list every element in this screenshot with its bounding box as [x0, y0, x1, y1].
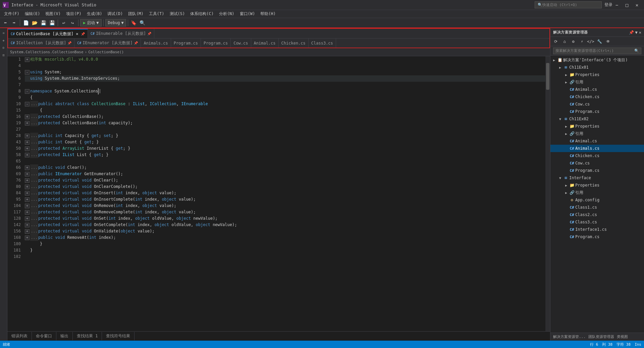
toolbar-bookmark[interactable]: 🔖: [130, 19, 138, 27]
se-search-box[interactable]: 搜索解决方案资源管理器(Ctrl+;) 🔍: [553, 48, 641, 54]
se-code-btn[interactable]: </>: [587, 38, 595, 46]
pin-icon-4[interactable]: 📌: [134, 41, 138, 45]
expand-168[interactable]: +: [25, 235, 30, 240]
expand-84[interactable]: +: [25, 191, 30, 196]
se-home-btn[interactable]: ⌂: [560, 38, 569, 46]
tab-animal[interactable]: Animal.cs: [251, 39, 279, 48]
ch11ex02-ref[interactable]: ▶ 🔗 引用: [550, 130, 644, 137]
code-editor[interactable]: + 程序集 mscorlib.dll, v4.0.0.0 - using Sys…: [23, 56, 545, 331]
expand-58[interactable]: +: [25, 153, 30, 157]
interface-properties[interactable]: ▶ 📁 Properties: [550, 182, 644, 189]
expand-5[interactable]: -: [25, 70, 30, 75]
menu-help[interactable]: 帮助(H): [258, 10, 278, 18]
expand-1[interactable]: +: [25, 57, 30, 62]
tab-ienumerable[interactable]: C# IEnumerable [从元数据] 📌: [88, 29, 154, 38]
expand-16[interactable]: +: [25, 115, 30, 119]
ch11ex02-animal[interactable]: C# Animal.cs: [550, 137, 644, 145]
tab-class3[interactable]: Class3.cs: [309, 39, 336, 48]
menu-edit[interactable]: 编辑(E): [22, 10, 43, 18]
tab-icollection[interactable]: C# ICollection [从元数据] 📌: [8, 39, 74, 48]
pin-icon-2[interactable]: 📌: [147, 32, 151, 36]
expand-156[interactable]: +: [25, 229, 30, 234]
menu-window[interactable]: 窗口(W): [237, 10, 258, 18]
toolbar-undo[interactable]: ↩: [60, 19, 68, 27]
expand-8[interactable]: -: [25, 89, 30, 94]
project-ch11ex01[interactable]: ▶ ⊞ Ch11Ex01: [550, 64, 644, 71]
debug-config-dropdown[interactable]: Debug ▼: [105, 19, 126, 26]
interface-class1[interactable]: C# Class1.cs: [550, 204, 644, 211]
quick-launch[interactable]: 🔍 快速启动 (Ctrl+Q): [535, 1, 602, 8]
login-area[interactable]: 登录: [604, 2, 612, 8]
project-ch11ex02[interactable]: ▼ ⊞ Ch11Ex02: [550, 115, 644, 123]
ch11ex02-properties[interactable]: ▶ 📁 Properties: [550, 123, 644, 130]
bottom-tab-findsym[interactable]: 查找符号结果: [102, 332, 135, 340]
expand-50[interactable]: +: [25, 146, 30, 151]
se-preview-btn[interactable]: 👁: [604, 38, 612, 46]
panel-menu-btn[interactable]: ▼: [635, 30, 638, 35]
toolbar-new[interactable]: 📄: [22, 19, 30, 27]
bottom-tab-errors[interactable]: 错误列表: [7, 332, 32, 340]
interface-program[interactable]: C# Program.cs: [550, 233, 644, 240]
se-props-btn[interactable]: 🔧: [595, 38, 603, 46]
expand-19[interactable]: +: [25, 121, 30, 126]
pin-icon-3[interactable]: 📌: [67, 41, 71, 45]
scrollbar-thumb[interactable]: [546, 63, 549, 90]
panel-header-controls[interactable]: 📌 ▼ ✕: [629, 30, 641, 35]
minimize-btn[interactable]: −: [612, 1, 621, 9]
expand-28[interactable]: +: [25, 134, 30, 138]
panel-close-btn[interactable]: ✕: [639, 30, 641, 35]
tab-cow[interactable]: Cow.cs: [231, 39, 251, 48]
menu-team[interactable]: 团队(M): [125, 10, 146, 18]
menu-test[interactable]: 测试(S): [167, 10, 188, 18]
tab-animals[interactable]: Animals.cs: [141, 39, 171, 48]
menu-file[interactable]: 文件(F): [1, 10, 22, 18]
interface-interface1[interactable]: C# Interface1.cs: [550, 226, 644, 233]
window-controls[interactable]: − □ ✕: [612, 1, 641, 9]
menu-debug[interactable]: 调试(D): [105, 10, 125, 18]
toolbar-search[interactable]: 🔍: [139, 19, 147, 27]
menu-tools[interactable]: 工具(T): [146, 10, 167, 18]
bottom-tab-find1[interactable]: 查找结果 1: [73, 332, 102, 340]
menu-build[interactable]: 生成(B): [84, 10, 105, 18]
pin-icon[interactable]: 📌: [81, 32, 85, 36]
tab-chicken[interactable]: Chicken.cs: [279, 39, 309, 48]
se-refresh-btn[interactable]: ⟳: [552, 38, 560, 46]
expand-80[interactable]: +: [25, 185, 30, 189]
editor-scrollbar[interactable]: [545, 56, 550, 331]
start-button[interactable]: ▶ 启动 ▼: [80, 19, 102, 26]
expand-66[interactable]: +: [25, 165, 30, 170]
tab-collectionbase[interactable]: C# CollectionBase [从元数据] ✕ 📌: [8, 29, 88, 38]
ch11ex01-chicken[interactable]: C# Chicken.cs: [550, 93, 644, 100]
menu-analyze[interactable]: 分析(N): [216, 10, 237, 18]
expand-76[interactable]: +: [25, 178, 30, 183]
activity-item-1[interactable]: ≡: [0, 29, 7, 36]
footer-tab-se[interactable]: 解决方案资源管...: [553, 334, 586, 339]
toolbar-forward[interactable]: ➡: [10, 19, 18, 27]
solution-root[interactable]: ▶ 📋 解决方案'Interface'(3 个项目): [550, 56, 644, 64]
tab-program1[interactable]: Program.cs: [171, 39, 201, 48]
ch11ex01-properties[interactable]: ▶ 📁 Properties: [550, 71, 644, 78]
maximize-btn[interactable]: □: [623, 1, 631, 9]
toolbar-save[interactable]: 💾: [39, 19, 47, 27]
menu-arch[interactable]: 体系结构(C): [187, 10, 216, 18]
tab-program2[interactable]: Program.cs: [201, 39, 231, 48]
menu-project[interactable]: 项目(P): [63, 10, 84, 18]
toolbar-open[interactable]: 📂: [31, 19, 39, 27]
expand-10[interactable]: -: [25, 102, 30, 107]
bottom-tab-cmd[interactable]: 命令窗口: [32, 332, 56, 340]
ch11ex01-program[interactable]: C# Program.cs: [550, 108, 644, 115]
ch11ex01-ref[interactable]: ▶ 🔗 引用: [550, 78, 644, 86]
se-settings-btn[interactable]: ⚙: [569, 38, 577, 46]
interface-ref[interactable]: ▶ 🔗 引用: [550, 189, 644, 196]
tab-close-collectionbase[interactable]: ✕: [75, 31, 79, 36]
ch11ex02-animals[interactable]: C# Animals.cs: [550, 145, 644, 152]
close-btn[interactable]: ✕: [633, 1, 641, 9]
expand-69[interactable]: +: [25, 172, 30, 177]
interface-class3[interactable]: C# Class3.cs: [550, 218, 644, 226]
footer-tab-team[interactable]: 团队资源管理器: [588, 334, 614, 339]
panel-pin-btn[interactable]: 📌: [629, 30, 634, 35]
start-dropdown-arrow[interactable]: ▼: [96, 20, 99, 25]
bottom-tab-output[interactable]: 输出: [56, 332, 73, 340]
activity-item-2[interactable]: ◈: [0, 37, 7, 44]
toolbar-redo[interactable]: ↪: [68, 19, 76, 27]
